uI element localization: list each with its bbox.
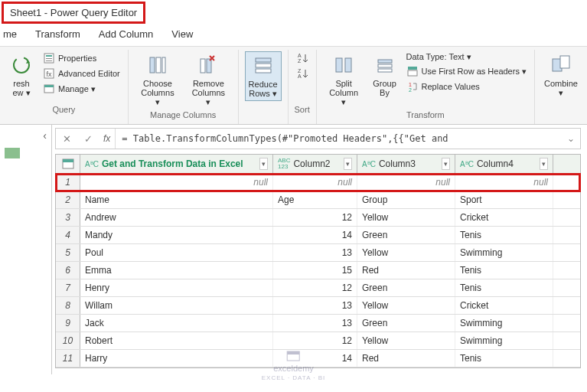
column-header-3[interactable]: AᴮCColumn3▾ [357, 155, 455, 173]
formula-enter-icon[interactable]: ✓ [77, 133, 99, 145]
cell[interactable]: Henry [80, 279, 273, 296]
cell[interactable]: Tenis [455, 227, 553, 243]
formula-cancel-icon[interactable]: ✕ [56, 133, 77, 145]
cell[interactable]: null [80, 174, 273, 191]
cell[interactable]: Willam [80, 297, 273, 314]
group-by-button[interactable]: Group By [370, 51, 400, 99]
filter-icon[interactable]: ▾ [344, 158, 352, 170]
filter-icon[interactable]: ▾ [540, 158, 548, 170]
cell[interactable]: Red [357, 262, 455, 279]
row-number[interactable]: 4 [56, 227, 80, 243]
row-number[interactable]: 2 [56, 191, 80, 208]
table-row[interactable]: 4Mandy14GreenTenis [56, 227, 580, 244]
cell[interactable]: Swimming [455, 244, 553, 261]
table-row[interactable]: 1nullnullnullnull [56, 174, 580, 191]
cell[interactable]: Yellow [357, 209, 455, 226]
grid-corner[interactable] [56, 155, 80, 173]
column-header-2[interactable]: ABC 123Column2▾ [273, 155, 357, 173]
collapse-pane-icon[interactable]: ‹ [43, 129, 47, 142]
filter-icon[interactable]: ▾ [442, 158, 450, 170]
table-row[interactable]: 9Jack13GreenSwimming [56, 315, 580, 332]
cell[interactable]: 15 [273, 262, 357, 279]
cell[interactable]: Yellow [357, 244, 455, 261]
cell[interactable]: Andrew [80, 209, 273, 226]
refresh-preview-button[interactable]: resh ew ▾ [6, 51, 37, 100]
cell[interactable]: Red [357, 350, 455, 367]
cell[interactable]: 12 [273, 209, 357, 226]
cell[interactable]: 13 [273, 244, 357, 261]
row-number[interactable]: 7 [56, 279, 80, 296]
row-number[interactable]: 5 [56, 244, 80, 261]
cell[interactable]: 14 [273, 227, 357, 243]
choose-columns-button[interactable]: Choose Columns ▾ [135, 51, 181, 109]
cell[interactable]: Age [273, 191, 357, 208]
advanced-editor-button[interactable]: fxAdvanced Editor [41, 67, 122, 80]
row-number[interactable]: 1 [56, 174, 80, 191]
combine-button[interactable]: Combine ▾ [541, 51, 581, 100]
replace-values-button[interactable]: 12Replace Values [405, 80, 528, 93]
table-row[interactable]: 10Robert12YellowSwimming [56, 332, 580, 350]
cell[interactable]: null [273, 174, 357, 191]
cell[interactable]: Swimming [455, 315, 553, 332]
first-row-headers-button[interactable]: Use First Row as Headers ▾ [405, 64, 528, 78]
table-row[interactable]: 5Poul13YellowSwimming [56, 244, 580, 262]
cell[interactable]: Swimming [455, 332, 553, 349]
cell[interactable]: Jack [80, 315, 273, 332]
row-number[interactable]: 6 [56, 262, 80, 279]
remove-columns-button[interactable]: Remove Columns ▾ [185, 51, 231, 109]
manage-button[interactable]: Manage ▾ [41, 82, 122, 96]
column-header-1[interactable]: AᴮCGet and Transform Data in Excel▾ [80, 155, 273, 173]
cell[interactable]: Robert [80, 332, 273, 349]
cell[interactable]: Sport [455, 191, 553, 208]
ribbon-group-sort: AZ ZA Sort [289, 50, 317, 124]
row-number[interactable]: 11 [56, 350, 80, 367]
cell[interactable]: 13 [273, 297, 357, 314]
split-column-icon [331, 53, 356, 77]
split-column-button[interactable]: Split Column ▾ [323, 51, 365, 109]
cell[interactable]: Tenis [455, 262, 553, 279]
formula-input[interactable] [116, 133, 562, 144]
cell[interactable]: Name [80, 191, 273, 208]
tab-add-column[interactable]: Add Column [99, 28, 154, 40]
column-header-4[interactable]: AᴮCColumn4▾ [455, 155, 553, 173]
properties-button[interactable]: Properties [41, 51, 122, 65]
sort-desc-button[interactable]: ZA [295, 67, 310, 80]
cell[interactable]: Tenis [455, 350, 553, 367]
cell[interactable]: 13 [273, 315, 357, 332]
cell[interactable]: Cricket [455, 297, 553, 314]
cell[interactable]: Green [357, 227, 455, 243]
cell[interactable]: Yellow [357, 297, 455, 314]
cell[interactable]: null [357, 174, 455, 191]
cell[interactable]: Yellow [357, 332, 455, 349]
cell[interactable]: 12 [273, 332, 357, 349]
cell[interactable]: Green [357, 279, 455, 296]
table-row[interactable]: 7Henry12GreenTenis [56, 279, 580, 297]
table-row[interactable]: 6Emma15RedTenis [56, 262, 580, 279]
row-number[interactable]: 3 [56, 209, 80, 226]
filter-icon[interactable]: ▾ [259, 158, 268, 170]
table-row[interactable]: 3Andrew12YellowCricket [56, 209, 580, 227]
row-number[interactable]: 10 [56, 332, 80, 349]
row-number[interactable]: 9 [56, 315, 80, 332]
cell[interactable]: Tenis [455, 279, 553, 296]
cell[interactable]: Harry [80, 350, 273, 367]
query-item[interactable] [5, 148, 20, 158]
row-number[interactable]: 8 [56, 297, 80, 314]
cell[interactable]: Cricket [455, 209, 553, 226]
sort-asc-button[interactable]: AZ [295, 51, 310, 65]
reduce-rows-button[interactable]: Reduce Rows ▾ [245, 51, 282, 101]
table-row[interactable]: 2NameAgeGroupSport [56, 191, 580, 209]
cell[interactable]: Emma [80, 262, 273, 279]
data-type-button[interactable]: Data Type: Text ▾ [405, 51, 528, 63]
cell[interactable]: null [455, 174, 553, 191]
cell[interactable]: Mandy [80, 227, 273, 243]
cell[interactable]: Poul [80, 244, 273, 261]
cell[interactable]: 12 [273, 279, 357, 296]
formula-expand-icon[interactable]: ⌄ [562, 133, 580, 144]
tab-transform[interactable]: Transform [35, 28, 80, 40]
cell[interactable]: Group [357, 191, 455, 208]
table-row[interactable]: 8Willam13YellowCricket [56, 297, 580, 315]
cell[interactable]: Green [357, 315, 455, 332]
tab-home[interactable]: me [3, 28, 17, 40]
tab-view[interactable]: View [171, 28, 193, 40]
